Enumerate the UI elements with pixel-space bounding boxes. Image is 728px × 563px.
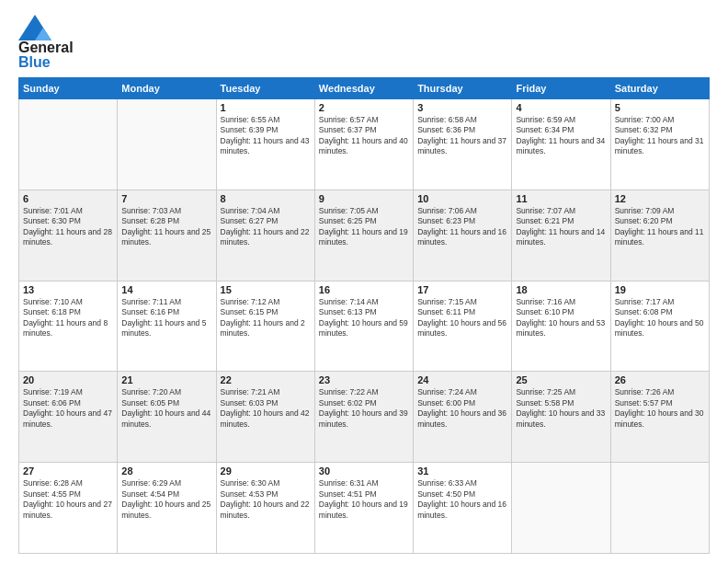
day-number: 23 <box>319 374 409 385</box>
day-number: 29 <box>221 465 311 477</box>
calendar-cell: 22Sunrise: 7:21 AMSunset: 6:03 PMDayligh… <box>216 372 314 463</box>
calendar-cell: 8Sunrise: 7:04 AMSunset: 6:27 PMDaylight… <box>216 190 314 281</box>
day-number: 31 <box>417 465 507 477</box>
calendar-cell: 12Sunrise: 7:09 AMSunset: 6:20 PMDayligh… <box>610 190 709 281</box>
calendar-cell: 16Sunrise: 7:14 AMSunset: 6:13 PMDayligh… <box>314 281 413 372</box>
day-number: 30 <box>319 465 409 477</box>
calendar-cell: 1Sunrise: 6:55 AMSunset: 6:39 PMDaylight… <box>216 99 314 190</box>
calendar-cell: 25Sunrise: 7:25 AMSunset: 5:58 PMDayligh… <box>512 372 610 463</box>
cell-info: Sunrise: 7:04 AMSunset: 6:27 PMDaylight:… <box>221 206 311 248</box>
week-row-4: 20Sunrise: 7:19 AMSunset: 6:06 PMDayligh… <box>19 372 710 463</box>
day-number: 26 <box>615 374 705 385</box>
cell-info: Sunrise: 7:14 AMSunset: 6:13 PMDaylight:… <box>319 297 409 339</box>
cell-info: Sunrise: 7:24 AMSunset: 6:00 PMDaylight:… <box>417 387 507 430</box>
day-number: 28 <box>121 465 211 477</box>
weekday-header-thursday: Thursday <box>414 78 512 99</box>
day-number: 11 <box>516 193 606 204</box>
weekday-header-row: SundayMondayTuesdayWednesdayThursdayFrid… <box>19 78 710 99</box>
calendar-cell: 3Sunrise: 6:58 AMSunset: 6:36 PMDaylight… <box>414 99 512 190</box>
cell-info: Sunrise: 6:31 AMSunset: 4:51 PMDaylight:… <box>319 478 409 521</box>
calendar-cell: 15Sunrise: 7:12 AMSunset: 6:15 PMDayligh… <box>216 281 314 372</box>
cell-info: Sunrise: 7:20 AMSunset: 6:05 PMDaylight:… <box>121 387 211 430</box>
calendar-cell: 21Sunrise: 7:20 AMSunset: 6:05 PMDayligh… <box>118 372 216 463</box>
day-number: 13 <box>23 284 113 295</box>
day-number: 20 <box>23 374 113 385</box>
calendar-cell: 13Sunrise: 7:10 AMSunset: 6:18 PMDayligh… <box>19 281 118 372</box>
calendar-cell: 20Sunrise: 7:19 AMSunset: 6:06 PMDayligh… <box>19 372 118 463</box>
cell-info: Sunrise: 7:03 AMSunset: 6:28 PMDaylight:… <box>121 206 211 248</box>
day-number: 7 <box>121 193 211 204</box>
week-row-2: 6Sunrise: 7:01 AMSunset: 6:30 PMDaylight… <box>19 190 710 281</box>
day-number: 27 <box>23 465 113 477</box>
week-row-3: 13Sunrise: 7:10 AMSunset: 6:18 PMDayligh… <box>19 281 710 372</box>
calendar-cell: 27Sunrise: 6:28 AMSunset: 4:55 PMDayligh… <box>19 463 118 554</box>
day-number: 16 <box>319 284 409 295</box>
cell-info: Sunrise: 6:33 AMSunset: 4:50 PMDaylight:… <box>417 478 507 521</box>
calendar-cell: 19Sunrise: 7:17 AMSunset: 6:08 PMDayligh… <box>610 281 709 372</box>
calendar-cell: 31Sunrise: 6:33 AMSunset: 4:50 PMDayligh… <box>414 463 512 554</box>
day-number: 2 <box>319 102 409 113</box>
day-number: 8 <box>221 193 311 204</box>
cell-info: Sunrise: 6:57 AMSunset: 6:37 PMDaylight:… <box>319 115 409 157</box>
week-row-1: 1Sunrise: 6:55 AMSunset: 6:39 PMDaylight… <box>19 99 710 190</box>
calendar-table: SundayMondayTuesdayWednesdayThursdayFrid… <box>18 77 710 554</box>
cell-info: Sunrise: 7:17 AMSunset: 6:08 PMDaylight:… <box>615 297 705 339</box>
logo: General Blue <box>18 15 74 70</box>
calendar-cell: 6Sunrise: 7:01 AMSunset: 6:30 PMDaylight… <box>19 190 118 281</box>
cell-info: Sunrise: 7:22 AMSunset: 6:02 PMDaylight:… <box>319 387 409 430</box>
cell-info: Sunrise: 7:00 AMSunset: 6:32 PMDaylight:… <box>615 115 705 157</box>
logo-text: General Blue <box>18 40 74 70</box>
day-number: 15 <box>221 284 311 295</box>
calendar-cell: 4Sunrise: 6:59 AMSunset: 6:34 PMDaylight… <box>512 99 610 190</box>
calendar-cell <box>19 99 118 190</box>
day-number: 22 <box>221 374 311 385</box>
cell-info: Sunrise: 7:26 AMSunset: 5:57 PMDaylight:… <box>615 387 705 430</box>
calendar-cell: 26Sunrise: 7:26 AMSunset: 5:57 PMDayligh… <box>610 372 709 463</box>
day-number: 6 <box>23 193 113 204</box>
calendar-cell: 5Sunrise: 7:00 AMSunset: 6:32 PMDaylight… <box>610 99 709 190</box>
cell-info: Sunrise: 6:58 AMSunset: 6:36 PMDaylight:… <box>417 115 507 157</box>
cell-info: Sunrise: 7:10 AMSunset: 6:18 PMDaylight:… <box>23 297 113 339</box>
day-number: 4 <box>516 102 606 113</box>
day-number: 5 <box>615 102 705 113</box>
day-number: 9 <box>319 193 409 204</box>
cell-info: Sunrise: 7:05 AMSunset: 6:25 PMDaylight:… <box>319 206 409 248</box>
cell-info: Sunrise: 7:01 AMSunset: 6:30 PMDaylight:… <box>23 206 113 248</box>
cell-info: Sunrise: 6:55 AMSunset: 6:39 PMDaylight:… <box>221 115 311 157</box>
cell-info: Sunrise: 7:16 AMSunset: 6:10 PMDaylight:… <box>516 297 606 339</box>
day-number: 18 <box>516 284 606 295</box>
day-number: 17 <box>417 284 507 295</box>
calendar-cell: 11Sunrise: 7:07 AMSunset: 6:21 PMDayligh… <box>512 190 610 281</box>
weekday-header-wednesday: Wednesday <box>314 78 413 99</box>
cell-info: Sunrise: 7:15 AMSunset: 6:11 PMDaylight:… <box>417 297 507 339</box>
calendar-cell: 18Sunrise: 7:16 AMSunset: 6:10 PMDayligh… <box>512 281 610 372</box>
cell-info: Sunrise: 7:09 AMSunset: 6:20 PMDaylight:… <box>615 206 705 248</box>
logo-icon <box>18 15 51 40</box>
cell-info: Sunrise: 7:19 AMSunset: 6:06 PMDaylight:… <box>23 387 113 430</box>
day-number: 12 <box>615 193 705 204</box>
calendar-cell <box>118 99 216 190</box>
day-number: 19 <box>615 284 705 295</box>
day-number: 14 <box>121 284 211 295</box>
day-number: 25 <box>516 374 606 385</box>
day-number: 3 <box>417 102 507 113</box>
cell-info: Sunrise: 6:30 AMSunset: 4:53 PMDaylight:… <box>221 478 311 521</box>
calendar-cell: 24Sunrise: 7:24 AMSunset: 6:00 PMDayligh… <box>414 372 512 463</box>
calendar-cell <box>512 463 610 554</box>
cell-info: Sunrise: 6:29 AMSunset: 4:54 PMDaylight:… <box>121 478 211 521</box>
cell-info: Sunrise: 7:12 AMSunset: 6:15 PMDaylight:… <box>221 297 311 339</box>
calendar-cell: 9Sunrise: 7:05 AMSunset: 6:25 PMDaylight… <box>314 190 413 281</box>
calendar-cell: 30Sunrise: 6:31 AMSunset: 4:51 PMDayligh… <box>314 463 413 554</box>
calendar-cell: 17Sunrise: 7:15 AMSunset: 6:11 PMDayligh… <box>414 281 512 372</box>
cell-info: Sunrise: 7:07 AMSunset: 6:21 PMDaylight:… <box>516 206 606 248</box>
cell-info: Sunrise: 7:06 AMSunset: 6:23 PMDaylight:… <box>417 206 507 248</box>
calendar-cell: 2Sunrise: 6:57 AMSunset: 6:37 PMDaylight… <box>314 99 413 190</box>
weekday-header-tuesday: Tuesday <box>216 78 314 99</box>
week-row-5: 27Sunrise: 6:28 AMSunset: 4:55 PMDayligh… <box>19 463 710 554</box>
weekday-header-monday: Monday <box>118 78 216 99</box>
calendar-cell: 14Sunrise: 7:11 AMSunset: 6:16 PMDayligh… <box>118 281 216 372</box>
day-number: 21 <box>121 374 211 385</box>
day-number: 24 <box>417 374 507 385</box>
cell-info: Sunrise: 7:11 AMSunset: 6:16 PMDaylight:… <box>121 297 211 339</box>
calendar-cell: 29Sunrise: 6:30 AMSunset: 4:53 PMDayligh… <box>216 463 314 554</box>
